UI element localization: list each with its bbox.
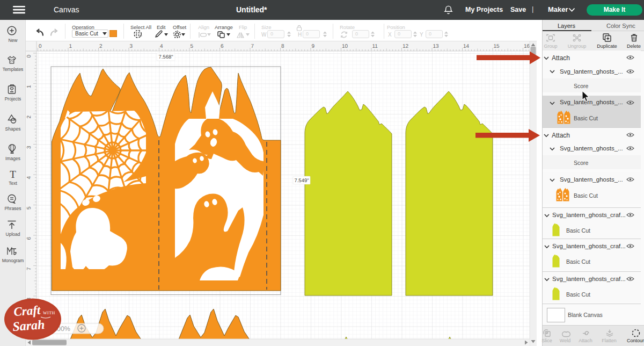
svg-text:4: 4 — [26, 176, 32, 179]
svg-text:10: 10 — [342, 44, 348, 49]
svg-text:5: 5 — [26, 206, 32, 210]
svg-text:8: 8 — [281, 44, 284, 49]
svg-text:0: 0 — [26, 55, 32, 58]
svg-text:WITH: WITH — [43, 311, 55, 315]
svg-text:6: 6 — [26, 237, 32, 240]
svg-text:15: 15 — [494, 44, 500, 49]
svg-text:Sarah: Sarah — [12, 318, 46, 334]
svg-text:7: 7 — [251, 44, 254, 49]
svg-text:13: 13 — [433, 44, 440, 49]
svg-text:4: 4 — [160, 44, 163, 49]
svg-text:5: 5 — [191, 44, 194, 49]
svg-text:16: 16 — [524, 44, 530, 49]
svg-text:11: 11 — [372, 44, 378, 49]
svg-text:3: 3 — [26, 146, 32, 149]
svg-text:1: 1 — [69, 44, 72, 49]
svg-text:7.549": 7.549" — [294, 178, 309, 184]
svg-text:3: 3 — [130, 44, 133, 49]
svg-text:6: 6 — [221, 44, 224, 49]
svg-text:1: 1 — [26, 85, 32, 88]
svg-text:9: 9 — [312, 44, 315, 49]
svg-text:7.568": 7.568" — [158, 54, 173, 60]
svg-text:12: 12 — [402, 44, 409, 49]
svg-text:14: 14 — [463, 44, 470, 49]
svg-text:Craft: Craft — [13, 304, 41, 319]
svg-text:2: 2 — [99, 44, 103, 49]
svg-text:2: 2 — [26, 116, 32, 119]
svg-text:7: 7 — [26, 267, 32, 270]
svg-text:0: 0 — [39, 44, 42, 49]
